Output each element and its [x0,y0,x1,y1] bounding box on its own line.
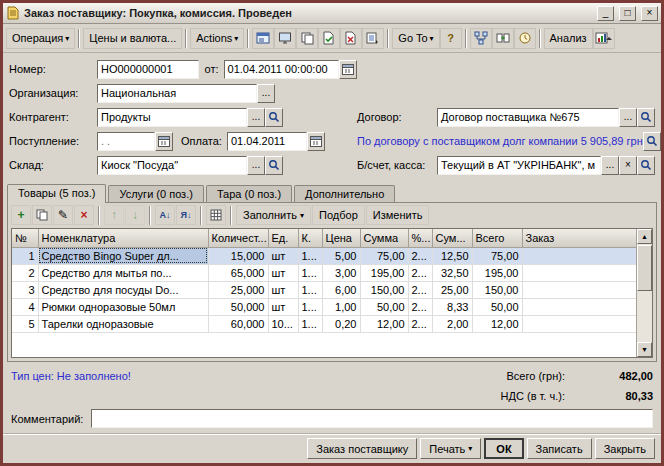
contractor-input[interactable]: Продукты [97,108,247,127]
cell-num[interactable]: 4 [12,298,38,315]
cell-coefficient[interactable]: 1... [298,315,322,332]
cell-vat-sum[interactable]: 25,00 [432,281,472,298]
cell-unit[interactable]: шт [268,264,298,281]
number-input[interactable]: НО000000001 [97,60,199,79]
tab-goods[interactable]: Товары (5 поз.) [7,184,106,203]
cell-nomenclature[interactable]: Средство для мытья по... [38,264,208,281]
col-price[interactable]: Цена [322,229,360,247]
cell-vat-sum[interactable]: 8,33 [432,298,472,315]
magnifier-icon[interactable] [265,156,283,175]
copy-row-icon[interactable] [32,205,52,225]
cell-nomenclature[interactable]: Тарелки одноразовые [38,315,208,332]
scroll-up-icon[interactable]: ▲ [637,229,652,244]
cell-total[interactable]: 12,00 [472,315,522,332]
cell-order[interactable] [522,281,636,298]
clear-posting-icon[interactable] [340,28,362,49]
delete-row-icon[interactable]: × [74,205,94,225]
cell-total[interactable]: 195,00 [472,264,522,281]
sort-descending-icon[interactable]: Я↓ [176,205,196,225]
analysis-report-icon[interactable] [593,28,615,49]
help-icon[interactable]: ? [440,28,462,49]
cell-sum[interactable]: 195,00 [360,264,408,281]
cell-quantity[interactable]: 15,000 [208,247,268,264]
cell-total[interactable]: 75,00 [472,247,522,264]
magnifier-icon[interactable] [637,156,655,175]
change-button[interactable]: Изменить [366,205,430,225]
col-order[interactable]: Заказ [522,229,636,247]
cell-coefficient[interactable]: 1... [298,281,322,298]
cell-price[interactable]: 3,00 [322,264,360,281]
date-input[interactable]: 01.04.2011 00:00:00 [224,60,339,79]
col-quantity[interactable]: Количест... [208,229,268,247]
pick-button[interactable]: Подбор [312,205,365,225]
cell-vat-sum[interactable]: 32,50 [432,264,472,281]
cell-quantity[interactable]: 60,000 [208,315,268,332]
save-button[interactable]: Записать [527,438,592,459]
receipt-date-input[interactable]: . . [97,132,155,151]
table-row[interactable]: 3 Средство для посуды Do... 25,000 шт 1.… [12,281,636,298]
goto-menu-button[interactable]: Go To ▾ [392,28,439,49]
scroll-down-icon[interactable]: ▼ [637,342,652,357]
cell-nomenclature[interactable]: Рюмки одноразовые 50мл [38,298,208,315]
add-row-icon[interactable]: + [11,205,31,225]
cell-quantity[interactable]: 50,000 [208,298,268,315]
scrollbar-track[interactable] [637,244,652,342]
cell-coefficient[interactable]: 1... [298,247,322,264]
cell-sum[interactable]: 50,00 [360,298,408,315]
cell-unit[interactable]: шт [268,247,298,264]
report-structure-icon[interactable] [470,28,492,49]
title-bar[interactable]: Заказ поставщику: Покупка, комиссия. Про… [3,3,661,24]
col-vat-sum[interactable]: Сум... [432,229,472,247]
sort-ascending-icon[interactable]: А↓ [155,205,175,225]
cell-sum[interactable]: 12,00 [360,315,408,332]
col-nomenclature[interactable]: Номенклатура [38,229,208,247]
magnifier-icon[interactable] [643,132,661,151]
print-button[interactable]: Печать ▾ [420,438,481,459]
maximize-icon[interactable]: □ [619,6,636,21]
account-input[interactable]: Текущий в АТ "УКРІНБАНК", м [437,156,601,175]
cell-total[interactable]: 150,00 [472,281,522,298]
clear-icon[interactable]: × [619,156,637,175]
col-total[interactable]: Всего [472,229,522,247]
show-in-list-icon[interactable] [252,28,274,49]
cell-price[interactable]: 1,00 [322,298,360,315]
cell-quantity[interactable]: 65,000 [208,264,268,281]
table-row[interactable]: 5 Тарелки одноразовые 60,000 10... 1... … [12,315,636,332]
cell-order[interactable] [522,264,636,281]
magnifier-icon[interactable] [637,108,655,127]
cell-sum[interactable]: 150,00 [360,281,408,298]
move-up-icon[interactable]: ↑ [104,205,124,225]
list-settings-icon[interactable] [362,28,384,49]
comment-input[interactable] [91,409,653,428]
tab-additional[interactable]: Дополнительно [294,185,395,202]
cell-order[interactable] [522,315,636,332]
calendar-icon[interactable] [339,60,357,79]
cell-unit[interactable]: 10... [268,315,298,332]
ellipsis-icon[interactable]: ... [247,156,265,175]
cell-num[interactable]: 3 [12,281,38,298]
actions-menu-button[interactable]: Actions ▾ [190,28,244,49]
contract-input[interactable]: Договор поставщика №675 [437,108,619,127]
scrollbar-thumb[interactable] [637,245,652,291]
cell-price[interactable]: 5,00 [322,247,360,264]
cell-vat-percent[interactable]: 2... [408,247,432,264]
cell-coefficient[interactable]: 1... [298,264,322,281]
ellipsis-icon[interactable]: ... [619,108,637,127]
move-down-icon[interactable]: ↓ [125,205,145,225]
copy-icon[interactable] [296,28,318,49]
prices-currency-button[interactable]: Цены и валюта... [83,28,182,49]
vertical-scrollbar[interactable]: ▲ ▼ [636,229,652,357]
cell-nomenclature[interactable]: Средство для посуды Do... [38,281,208,298]
table-row[interactable]: 1 Средство Bingo Super дл... 15,000 шт 1… [12,247,636,264]
cell-vat-percent[interactable]: 2... [408,281,432,298]
edit-row-icon[interactable]: ✎ [53,205,73,225]
fill-menu-button[interactable]: Заполнить ▾ [236,205,311,225]
cell-num[interactable]: 2 [12,264,38,281]
col-coefficient[interactable]: К. [298,229,322,247]
cell-quantity[interactable]: 25,000 [208,281,268,298]
history-icon[interactable] [514,28,536,49]
cell-num[interactable]: 1 [12,247,38,264]
cell-nomenclature[interactable]: Средство Bingo Super дл... [38,247,208,264]
close-button[interactable]: Закрыть [595,438,655,459]
cell-vat-percent[interactable]: 2... [408,315,432,332]
